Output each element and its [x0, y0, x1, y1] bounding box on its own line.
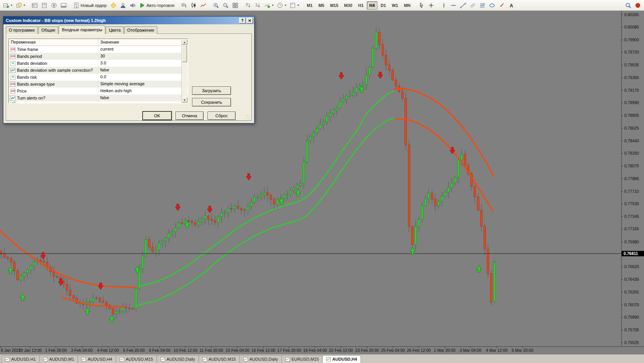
price-label: 0.75890 — [624, 315, 639, 319]
chart-tab-audusd-m15-6[interactable]: AUDUSD,M15 — [199, 355, 240, 363]
horizontal-line-button[interactable] — [449, 1, 458, 10]
parameter-value[interactable]: false — [98, 95, 182, 101]
dialog-tab-4[interactable]: Цвета — [106, 26, 124, 34]
arrows-tool-button[interactable] — [497, 1, 506, 10]
chart-line-button[interactable] — [199, 1, 208, 10]
timeframe-h1-button[interactable]: H1 — [356, 1, 366, 10]
chart-tab-audusd-daily-5[interactable]: AUDUSD,Daily — [157, 355, 199, 363]
new-chart-button[interactable]: ▾ — [2, 1, 14, 10]
parameter-row[interactable]: 123Bands period30 — [9, 53, 188, 60]
market-watch-button[interactable] — [30, 1, 39, 10]
parameter-row[interactable]: 123PriceHeiken ashi high — [9, 88, 188, 95]
arrange-down-button[interactable] — [253, 1, 262, 10]
parameter-row[interactable]: ½Bands deviation3.0 — [9, 60, 188, 67]
shapes-button[interactable] — [487, 1, 497, 10]
arrange-up-button[interactable] — [243, 1, 253, 10]
navigator-button[interactable] — [49, 1, 59, 10]
toolbar-separator — [177, 2, 178, 9]
templates-button[interactable]: ▾ — [288, 1, 300, 10]
timeframe-m30-button[interactable]: M30 — [341, 1, 355, 10]
zoom-out-button[interactable] — [221, 1, 230, 10]
parameter-value[interactable]: 0.0 — [98, 74, 182, 81]
load-button[interactable]: Загрузить — [192, 86, 231, 95]
terminal-button[interactable] — [59, 1, 68, 10]
parameter-row[interactable]: Bands deviation with sample correction?f… — [9, 67, 188, 74]
vertical-line-button[interactable] — [439, 1, 448, 10]
ok-button[interactable]: OK — [143, 111, 172, 120]
timeframe-w1-button[interactable]: W1 — [389, 1, 401, 10]
column-header-value[interactable]: Значение — [98, 39, 188, 46]
timeframe-m15-button[interactable]: M15 — [327, 1, 341, 10]
table-scrollbar[interactable]: ▲ ▼ — [181, 39, 187, 103]
parameter-row[interactable]: Turn alerts on?false — [9, 95, 188, 101]
time-label: 1 Mar 20:00 — [434, 348, 455, 353]
dialog-tab-2[interactable]: Общие — [38, 26, 58, 34]
dialog-tab-1[interactable]: О программе — [6, 26, 38, 34]
terminal-icon — [61, 2, 67, 8]
fibonacci-button[interactable] — [478, 1, 487, 10]
chart-bars-button[interactable] — [179, 1, 189, 10]
dialog-tab-5[interactable]: Отображение — [124, 26, 157, 34]
parameter-row[interactable]: 123Time framecurrent — [9, 46, 188, 53]
reset-button[interactable]: Сброс — [207, 111, 236, 120]
metaeditor-button[interactable] — [109, 1, 118, 10]
price-axis[interactable]: 0.802650.800850.799000.797200.795350.793… — [621, 11, 644, 346]
dialog-close-button[interactable]: ✕ — [246, 18, 253, 24]
parameter-value[interactable]: current — [98, 46, 182, 53]
scrollbar-thumb[interactable] — [182, 45, 187, 62]
parameter-row[interactable]: ½Bands risk0.0 — [9, 74, 188, 81]
parameter-value[interactable]: 30 — [98, 53, 182, 60]
chart-tab-eurusd-m15-8[interactable]: EURUSD,M15 — [282, 355, 323, 363]
chart-tab-audusd-m1-2[interactable]: AUDUSD,M1 — [39, 355, 78, 363]
text-button[interactable]: A — [507, 1, 516, 10]
chart-tab-audusd-h1-1[interactable]: AUDUSD,H1 — [1, 355, 40, 363]
scrollbar-down-button[interactable]: ▼ — [182, 97, 187, 103]
time-axis[interactable]: 8 Jan 202129 Jan 12:001 Feb 20:003 Feb 0… — [0, 346, 644, 353]
tile-windows-button[interactable] — [231, 1, 240, 10]
scrollbar-up-button[interactable]: ▲ — [182, 39, 187, 45]
parameter-row[interactable]: 123Bands average typeSimple moving avera… — [9, 81, 188, 88]
timeframe-h4-button[interactable]: H4 — [367, 1, 378, 10]
trendline-button[interactable] — [459, 1, 468, 10]
time-label: 11 Feb 20:00 — [199, 348, 223, 353]
chart-tab-audusd-m15-4[interactable]: AUDUSD,M15 — [116, 355, 157, 363]
chart-tab-audusd-daily-7[interactable]: AUDUSD,Daily — [239, 355, 282, 363]
zoom-in-button[interactable] — [211, 1, 221, 10]
crosshair-button[interactable] — [427, 1, 436, 10]
cancel-button[interactable]: Отмена — [175, 111, 204, 120]
parameter-value[interactable]: Heiken ashi high — [98, 88, 182, 95]
save-button[interactable]: Сохранить — [192, 98, 231, 106]
time-label: 4 Feb 12:00 — [97, 348, 119, 353]
new-order-button[interactable]: Новый ордер — [72, 1, 108, 10]
auto-trading-button[interactable]: Авто-торговля — [138, 1, 176, 10]
indicators-button[interactable]: ▾ — [263, 1, 275, 10]
expert-advisors-button[interactable] — [118, 1, 128, 10]
alerts-button[interactable] — [128, 1, 137, 10]
equidistant-channel-button[interactable] — [468, 1, 477, 10]
data-window-button[interactable] — [40, 1, 49, 10]
dialog-help-button[interactable]: ? — [239, 18, 246, 24]
chart-tab-audusd-h4-3[interactable]: AUDUSD,H4 — [78, 355, 116, 363]
parameter-name: Price — [17, 89, 27, 93]
parameter-value[interactable]: Simple moving average — [98, 81, 182, 88]
dialog-tab-3[interactable]: Входные параметры — [59, 25, 105, 34]
chart-profiles-button[interactable]: ▾ — [14, 1, 27, 10]
search-button[interactable] — [624, 1, 633, 10]
resize-grip[interactable] — [246, 115, 251, 120]
channel-icon — [470, 2, 476, 8]
timeframe-d1-button[interactable]: D1 — [378, 1, 389, 10]
column-header-variable[interactable]: Переменная — [9, 39, 98, 46]
cursor-button[interactable] — [417, 1, 426, 10]
timeframe-m1-button[interactable]: M1 — [304, 1, 315, 10]
chart-tab-audusd-h4-9[interactable]: AUDUSD,H4 — [322, 355, 361, 363]
timeframe-m5-button[interactable]: M5 — [316, 1, 327, 10]
dialog-tabs: О программеОбщиеВходные параметрыЦветаОт… — [6, 26, 157, 34]
toolbar-separator — [415, 2, 415, 9]
dialog-titlebar[interactable]: Custom Indicator - BB stops (new format)… — [3, 17, 254, 24]
connection-status-button[interactable] — [633, 1, 642, 10]
timeframe-mn-button[interactable]: MN — [401, 1, 413, 10]
parameter-value[interactable]: 3.0 — [98, 60, 182, 67]
chart-candles-button[interactable] — [189, 1, 198, 10]
parameter-value[interactable]: false — [98, 67, 182, 74]
periods-button[interactable]: ▾ — [275, 1, 288, 10]
